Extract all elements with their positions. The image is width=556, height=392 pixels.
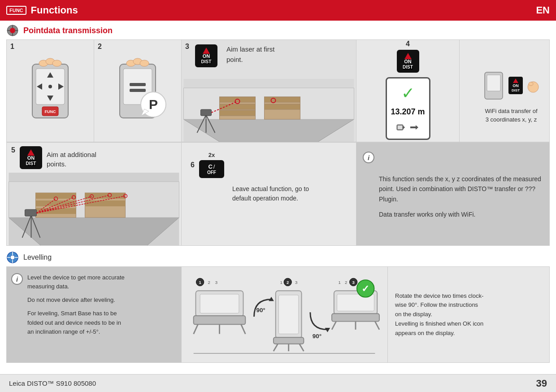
svg-text:FUNC: FUNC bbox=[45, 109, 56, 114]
svg-point-83 bbox=[10, 255, 15, 260]
svg-line-121 bbox=[375, 322, 380, 330]
step-4-right: ON DIST WiFi data transfer of3 coordinat… bbox=[460, 40, 550, 142]
svg-text:2: 2 bbox=[345, 280, 347, 285]
lev-info-text-3: For leveling, Smart Base has to befolded… bbox=[27, 309, 175, 336]
step-2-illustration: P bbox=[94, 40, 181, 142]
svg-text:✓: ✓ bbox=[362, 283, 370, 294]
svg-text:1: 1 bbox=[280, 280, 282, 285]
svg-rect-55 bbox=[487, 75, 500, 91]
svg-rect-34 bbox=[220, 104, 256, 109]
step-4-number: 4 bbox=[406, 40, 410, 48]
svg-point-12 bbox=[48, 85, 52, 88]
lev-info-cell: i Level the device to get more accuratem… bbox=[7, 267, 182, 362]
step-6-c-off-btn: C / OFF bbox=[199, 160, 224, 178]
step-5-top: 5 ON DIST Aim at additionalpoints. bbox=[7, 143, 181, 173]
svg-rect-37 bbox=[265, 97, 300, 102]
pointdata-section-title-row: Pointdata transmission bbox=[0, 21, 556, 39]
step-6-c-off-area: 2x C / OFF bbox=[199, 152, 224, 178]
lev-info-icon: i bbox=[11, 273, 23, 285]
svg-text:P: P bbox=[149, 97, 158, 112]
svg-rect-35 bbox=[220, 110, 256, 116]
svg-marker-48 bbox=[403, 126, 405, 129]
svg-rect-42 bbox=[201, 109, 212, 116]
levelling-diagram-svg: 1 2 3 90° 1 2 bbox=[187, 269, 382, 360]
svg-text:2: 2 bbox=[287, 280, 289, 285]
step-5-text: Aim at additionalpoints. bbox=[47, 150, 96, 169]
step-6-text: Leave actual function, go todefault oper… bbox=[229, 184, 309, 203]
svg-rect-21 bbox=[130, 89, 146, 92]
step-1-number: 1 bbox=[10, 43, 14, 51]
levelling-grid: i Level the device to get more accuratem… bbox=[6, 266, 550, 363]
steps-grid-bottom: 5 ON DIST Aim at additionalpoints. bbox=[6, 143, 550, 246]
steps-grid-top: 1 FUNC bbox=[6, 39, 550, 143]
svg-text:2: 2 bbox=[208, 280, 210, 285]
step-6-inner: 6 2x C / OFF Leave actual function, go t… bbox=[186, 147, 352, 246]
step-3-text-area: Aim laser at firstpoint. bbox=[226, 44, 275, 65]
footer-page-number: 39 bbox=[536, 378, 547, 389]
svg-line-107 bbox=[274, 344, 278, 351]
header: FUNC Functions EN bbox=[0, 0, 556, 21]
svg-point-17 bbox=[52, 60, 61, 66]
arrow-icon bbox=[409, 123, 420, 132]
pointdata-title: Pointdata transmission bbox=[23, 26, 113, 35]
svg-text:3: 3 bbox=[215, 280, 217, 285]
step-5-diagram bbox=[7, 173, 181, 246]
info-icon: i bbox=[363, 152, 374, 163]
step-3-text: Aim laser at firstpoint. bbox=[226, 44, 275, 65]
svg-rect-38 bbox=[265, 104, 300, 109]
lev-info-text-2: Do not move device after leveling. bbox=[27, 296, 175, 305]
step-6-cell: 6 2x C / OFF Leave actual function, go t… bbox=[182, 143, 356, 246]
step-3-cell: 3 ON DIST Aim laser at firstpoint. bbox=[182, 40, 356, 142]
svg-rect-49 bbox=[410, 126, 417, 128]
lev-info-text-1: Level the device to get more accuratemea… bbox=[27, 273, 175, 291]
check-icon: ✓ bbox=[401, 85, 415, 101]
svg-text:90°: 90° bbox=[256, 307, 265, 314]
step-6-number: 6 bbox=[191, 161, 195, 169]
hand-icon bbox=[395, 142, 421, 142]
step-2-number: 2 bbox=[98, 43, 102, 51]
svg-line-97 bbox=[241, 325, 246, 334]
header-lang: EN bbox=[536, 4, 550, 16]
step-5-number: 5 bbox=[11, 146, 15, 154]
svg-rect-93 bbox=[200, 294, 239, 313]
step-5-svg bbox=[7, 173, 181, 246]
step-5-cell: 5 ON DIST Aim at additionalpoints. bbox=[7, 143, 182, 246]
wifi-text: WiFi data transfer of3 coordinates x, y,… bbox=[485, 107, 537, 123]
svg-point-28 bbox=[140, 60, 149, 66]
svg-line-109 bbox=[300, 344, 304, 351]
step-1-cell: 1 FUNC bbox=[7, 40, 94, 142]
levelling-section-title-row: Levelling bbox=[0, 248, 556, 266]
svg-rect-71 bbox=[25, 209, 37, 216]
svg-rect-105 bbox=[279, 295, 299, 334]
finger-icon bbox=[526, 80, 540, 94]
svg-text:90°: 90° bbox=[313, 333, 321, 340]
info-text-2: Data transfer works only with WiFi. bbox=[379, 209, 550, 219]
svg-rect-20 bbox=[130, 83, 146, 86]
step-3-room-svg bbox=[182, 79, 356, 142]
svg-rect-62 bbox=[36, 193, 76, 199]
step-3-diagram bbox=[182, 79, 356, 142]
measurement-value: 13.207 m bbox=[391, 107, 425, 117]
svg-text:1: 1 bbox=[339, 280, 341, 285]
step-1-svg: FUNC bbox=[19, 55, 82, 127]
svg-marker-50 bbox=[416, 125, 418, 130]
step-6-2x-label: 2x bbox=[199, 152, 224, 158]
svg-rect-63 bbox=[36, 200, 76, 206]
levelling-rotate-text: Rotate the device two times clock-wise 9… bbox=[395, 292, 550, 338]
func-badge: FUNC bbox=[6, 6, 26, 15]
levelling-title: Levelling bbox=[23, 253, 52, 261]
step-2-svg: P bbox=[106, 55, 169, 127]
step-3-number: 3 bbox=[185, 43, 189, 51]
svg-rect-47 bbox=[398, 126, 402, 129]
step-4-on-dist: ON DIST bbox=[397, 50, 419, 73]
step-6-top: 6 2x C / OFF bbox=[191, 152, 347, 178]
lev-diagram-cell: 1 2 3 90° 1 2 bbox=[182, 267, 388, 362]
svg-rect-118 bbox=[332, 314, 379, 322]
svg-line-119 bbox=[332, 322, 336, 330]
header-title: Functions bbox=[31, 4, 78, 16]
bottom-icons bbox=[396, 123, 420, 132]
svg-line-95 bbox=[194, 325, 198, 334]
footer: Leica DISTO™ S910 805080 39 bbox=[0, 374, 556, 392]
step-1-illustration: FUNC bbox=[7, 40, 94, 142]
header-left: FUNC Functions bbox=[6, 4, 78, 16]
